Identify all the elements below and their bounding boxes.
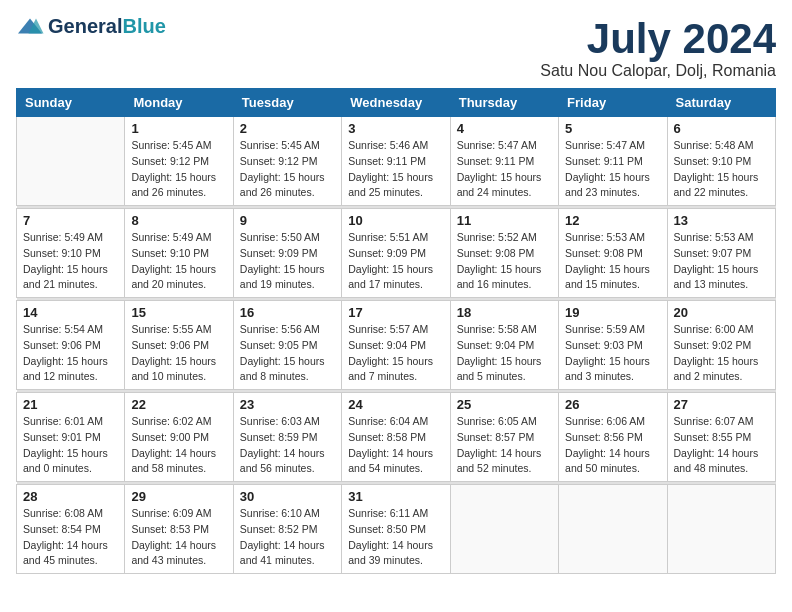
day-info: Sunrise: 6:02 AM Sunset: 9:00 PM Dayligh… xyxy=(131,414,226,477)
day-number: 8 xyxy=(131,213,226,228)
calendar-cell: 22Sunrise: 6:02 AM Sunset: 9:00 PM Dayli… xyxy=(125,393,233,482)
day-number: 26 xyxy=(565,397,660,412)
day-number: 19 xyxy=(565,305,660,320)
day-info: Sunrise: 5:55 AM Sunset: 9:06 PM Dayligh… xyxy=(131,322,226,385)
day-number: 21 xyxy=(23,397,118,412)
day-number: 14 xyxy=(23,305,118,320)
day-number: 29 xyxy=(131,489,226,504)
logo-icon xyxy=(16,17,44,35)
day-number: 7 xyxy=(23,213,118,228)
day-info: Sunrise: 5:57 AM Sunset: 9:04 PM Dayligh… xyxy=(348,322,443,385)
day-info: Sunrise: 6:09 AM Sunset: 8:53 PM Dayligh… xyxy=(131,506,226,569)
day-number: 30 xyxy=(240,489,335,504)
calendar-cell: 8Sunrise: 5:49 AM Sunset: 9:10 PM Daylig… xyxy=(125,209,233,298)
day-info: Sunrise: 6:06 AM Sunset: 8:56 PM Dayligh… xyxy=(565,414,660,477)
day-number: 6 xyxy=(674,121,769,136)
calendar-cell: 12Sunrise: 5:53 AM Sunset: 9:08 PM Dayli… xyxy=(559,209,667,298)
day-info: Sunrise: 6:00 AM Sunset: 9:02 PM Dayligh… xyxy=(674,322,769,385)
calendar-cell: 4Sunrise: 5:47 AM Sunset: 9:11 PM Daylig… xyxy=(450,117,558,206)
calendar-cell: 7Sunrise: 5:49 AM Sunset: 9:10 PM Daylig… xyxy=(17,209,125,298)
day-number: 13 xyxy=(674,213,769,228)
calendar-cell: 28Sunrise: 6:08 AM Sunset: 8:54 PM Dayli… xyxy=(17,485,125,574)
page-header: GeneralBlue July 2024 Satu Nou Calopar, … xyxy=(16,16,776,80)
day-info: Sunrise: 5:49 AM Sunset: 9:10 PM Dayligh… xyxy=(131,230,226,293)
calendar-cell: 23Sunrise: 6:03 AM Sunset: 8:59 PM Dayli… xyxy=(233,393,341,482)
weekday-header-saturday: Saturday xyxy=(667,89,775,117)
day-info: Sunrise: 5:48 AM Sunset: 9:10 PM Dayligh… xyxy=(674,138,769,201)
calendar-cell: 9Sunrise: 5:50 AM Sunset: 9:09 PM Daylig… xyxy=(233,209,341,298)
logo: GeneralBlue xyxy=(16,16,166,36)
day-number: 1 xyxy=(131,121,226,136)
calendar-cell: 30Sunrise: 6:10 AM Sunset: 8:52 PM Dayli… xyxy=(233,485,341,574)
calendar-cell: 1Sunrise: 5:45 AM Sunset: 9:12 PM Daylig… xyxy=(125,117,233,206)
calendar-cell: 6Sunrise: 5:48 AM Sunset: 9:10 PM Daylig… xyxy=(667,117,775,206)
day-number: 31 xyxy=(348,489,443,504)
day-info: Sunrise: 5:47 AM Sunset: 9:11 PM Dayligh… xyxy=(565,138,660,201)
calendar-cell xyxy=(559,485,667,574)
calendar-cell: 14Sunrise: 5:54 AM Sunset: 9:06 PM Dayli… xyxy=(17,301,125,390)
day-info: Sunrise: 5:46 AM Sunset: 9:11 PM Dayligh… xyxy=(348,138,443,201)
day-info: Sunrise: 5:59 AM Sunset: 9:03 PM Dayligh… xyxy=(565,322,660,385)
calendar-cell: 10Sunrise: 5:51 AM Sunset: 9:09 PM Dayli… xyxy=(342,209,450,298)
day-info: Sunrise: 5:45 AM Sunset: 9:12 PM Dayligh… xyxy=(131,138,226,201)
day-number: 9 xyxy=(240,213,335,228)
day-info: Sunrise: 5:49 AM Sunset: 9:10 PM Dayligh… xyxy=(23,230,118,293)
day-info: Sunrise: 6:11 AM Sunset: 8:50 PM Dayligh… xyxy=(348,506,443,569)
calendar-cell: 29Sunrise: 6:09 AM Sunset: 8:53 PM Dayli… xyxy=(125,485,233,574)
location: Satu Nou Calopar, Dolj, Romania xyxy=(540,62,776,80)
weekday-header-monday: Monday xyxy=(125,89,233,117)
day-info: Sunrise: 6:07 AM Sunset: 8:55 PM Dayligh… xyxy=(674,414,769,477)
day-number: 16 xyxy=(240,305,335,320)
day-number: 3 xyxy=(348,121,443,136)
calendar-cell: 17Sunrise: 5:57 AM Sunset: 9:04 PM Dayli… xyxy=(342,301,450,390)
calendar-cell: 2Sunrise: 5:45 AM Sunset: 9:12 PM Daylig… xyxy=(233,117,341,206)
calendar-cell: 3Sunrise: 5:46 AM Sunset: 9:11 PM Daylig… xyxy=(342,117,450,206)
day-info: Sunrise: 5:51 AM Sunset: 9:09 PM Dayligh… xyxy=(348,230,443,293)
week-row-2: 7Sunrise: 5:49 AM Sunset: 9:10 PM Daylig… xyxy=(17,209,776,298)
calendar-cell: 31Sunrise: 6:11 AM Sunset: 8:50 PM Dayli… xyxy=(342,485,450,574)
calendar-cell: 15Sunrise: 5:55 AM Sunset: 9:06 PM Dayli… xyxy=(125,301,233,390)
day-number: 10 xyxy=(348,213,443,228)
day-info: Sunrise: 5:53 AM Sunset: 9:08 PM Dayligh… xyxy=(565,230,660,293)
day-info: Sunrise: 6:05 AM Sunset: 8:57 PM Dayligh… xyxy=(457,414,552,477)
calendar-cell: 20Sunrise: 6:00 AM Sunset: 9:02 PM Dayli… xyxy=(667,301,775,390)
month-title: July 2024 xyxy=(540,16,776,62)
calendar-cell: 24Sunrise: 6:04 AM Sunset: 8:58 PM Dayli… xyxy=(342,393,450,482)
calendar-cell: 18Sunrise: 5:58 AM Sunset: 9:04 PM Dayli… xyxy=(450,301,558,390)
day-number: 5 xyxy=(565,121,660,136)
calendar-cell: 27Sunrise: 6:07 AM Sunset: 8:55 PM Dayli… xyxy=(667,393,775,482)
week-row-5: 28Sunrise: 6:08 AM Sunset: 8:54 PM Dayli… xyxy=(17,485,776,574)
day-info: Sunrise: 5:45 AM Sunset: 9:12 PM Dayligh… xyxy=(240,138,335,201)
day-info: Sunrise: 6:10 AM Sunset: 8:52 PM Dayligh… xyxy=(240,506,335,569)
day-info: Sunrise: 6:03 AM Sunset: 8:59 PM Dayligh… xyxy=(240,414,335,477)
weekday-header-wednesday: Wednesday xyxy=(342,89,450,117)
week-row-4: 21Sunrise: 6:01 AM Sunset: 9:01 PM Dayli… xyxy=(17,393,776,482)
day-number: 22 xyxy=(131,397,226,412)
calendar-cell: 26Sunrise: 6:06 AM Sunset: 8:56 PM Dayli… xyxy=(559,393,667,482)
day-info: Sunrise: 6:08 AM Sunset: 8:54 PM Dayligh… xyxy=(23,506,118,569)
calendar-cell: 21Sunrise: 6:01 AM Sunset: 9:01 PM Dayli… xyxy=(17,393,125,482)
calendar-cell: 19Sunrise: 5:59 AM Sunset: 9:03 PM Dayli… xyxy=(559,301,667,390)
calendar-cell: 25Sunrise: 6:05 AM Sunset: 8:57 PM Dayli… xyxy=(450,393,558,482)
day-info: Sunrise: 5:53 AM Sunset: 9:07 PM Dayligh… xyxy=(674,230,769,293)
calendar-cell: 5Sunrise: 5:47 AM Sunset: 9:11 PM Daylig… xyxy=(559,117,667,206)
day-number: 24 xyxy=(348,397,443,412)
calendar-cell xyxy=(17,117,125,206)
calendar-table: SundayMondayTuesdayWednesdayThursdayFrid… xyxy=(16,88,776,574)
day-number: 28 xyxy=(23,489,118,504)
logo-text: GeneralBlue xyxy=(48,16,166,36)
day-number: 11 xyxy=(457,213,552,228)
day-info: Sunrise: 5:56 AM Sunset: 9:05 PM Dayligh… xyxy=(240,322,335,385)
day-number: 17 xyxy=(348,305,443,320)
day-number: 12 xyxy=(565,213,660,228)
day-info: Sunrise: 5:58 AM Sunset: 9:04 PM Dayligh… xyxy=(457,322,552,385)
title-area: July 2024 Satu Nou Calopar, Dolj, Romani… xyxy=(540,16,776,80)
day-info: Sunrise: 5:47 AM Sunset: 9:11 PM Dayligh… xyxy=(457,138,552,201)
calendar-cell: 16Sunrise: 5:56 AM Sunset: 9:05 PM Dayli… xyxy=(233,301,341,390)
week-row-3: 14Sunrise: 5:54 AM Sunset: 9:06 PM Dayli… xyxy=(17,301,776,390)
day-info: Sunrise: 5:50 AM Sunset: 9:09 PM Dayligh… xyxy=(240,230,335,293)
day-number: 27 xyxy=(674,397,769,412)
day-number: 18 xyxy=(457,305,552,320)
week-row-1: 1Sunrise: 5:45 AM Sunset: 9:12 PM Daylig… xyxy=(17,117,776,206)
day-info: Sunrise: 5:54 AM Sunset: 9:06 PM Dayligh… xyxy=(23,322,118,385)
